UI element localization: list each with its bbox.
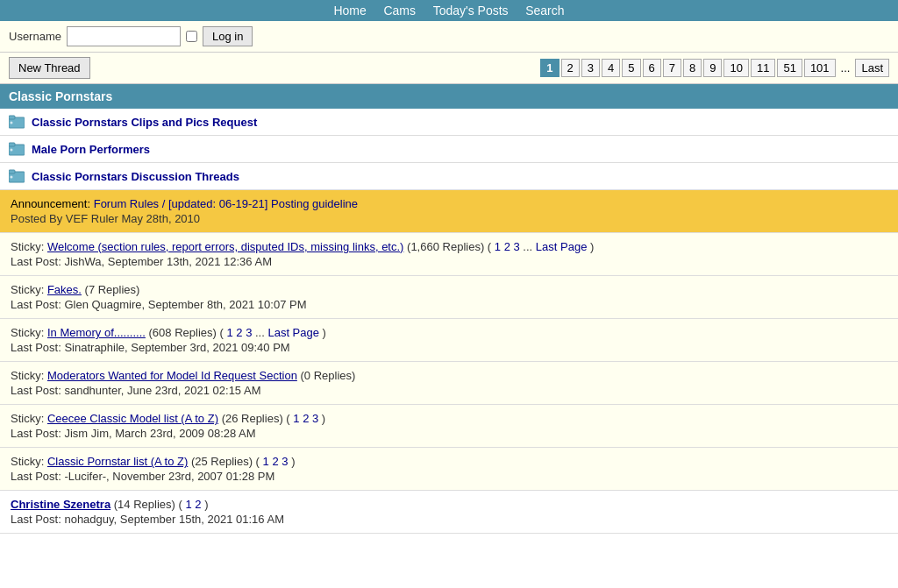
announcement-prefix: Announcement:: [11, 197, 90, 210]
category-clips-link[interactable]: Classic Pornstars Clips and Pics Request: [32, 116, 257, 129]
thread-1-page-1[interactable]: 1: [185, 498, 191, 511]
sticky-row-3: Sticky: In Memory of.......... (608 Repl…: [0, 319, 898, 362]
page-7[interactable]: 7: [663, 59, 681, 77]
sticky-3-ellipsis: ...: [255, 326, 267, 339]
sticky-lastpost-2: Last Post: Glen Quagmire, September 8th,…: [11, 298, 887, 311]
sticky-1-page-1[interactable]: 1: [495, 240, 501, 253]
svg-point-8: [11, 176, 13, 179]
sticky-6-page-3[interactable]: 3: [282, 455, 288, 468]
page-3[interactable]: 3: [581, 59, 600, 77]
sticky-line-3: Sticky: In Memory of.......... (608 Repl…: [11, 326, 887, 339]
sticky-link-6[interactable]: Classic Pornstar list (A to Z): [47, 455, 188, 468]
svg-point-2: [11, 122, 13, 124]
sticky-replies-5: (26 Replies) (: [222, 412, 294, 425]
username-label: Username: [9, 30, 61, 43]
nav-todays-posts[interactable]: Today's Posts: [433, 4, 509, 18]
nav-home[interactable]: Home: [333, 4, 366, 18]
sticky-pages-5: 1 2 3: [293, 412, 322, 425]
sticky-5-page-3[interactable]: 3: [312, 412, 318, 425]
remember-checkbox[interactable]: [186, 31, 197, 42]
sticky-line-1: Sticky: Welcome (section rules, report e…: [11, 240, 887, 253]
thread-line-1: Christine Szenetra (14 Replies) ( 1 2 ): [11, 498, 887, 511]
announcement-link[interactable]: Forum Rules / [updated: 06-19-21] Postin…: [94, 197, 358, 210]
sticky-1-ellipsis: ...: [523, 240, 535, 253]
sticky-3-page-1[interactable]: 1: [226, 326, 232, 339]
svg-rect-4: [9, 143, 15, 146]
sticky-6-close-paren: ): [291, 455, 295, 468]
sticky-3-last[interactable]: Last Page: [267, 326, 319, 339]
sticky-link-5[interactable]: Ceecee Classic Model list (A to Z): [47, 412, 218, 425]
announcement-row: Announcement: Forum Rules / [updated: 06…: [0, 190, 898, 233]
sticky-line-2: Sticky: Fakes. (7 Replies): [11, 283, 887, 296]
top-nav: Home Cams Today's Posts Search: [0, 0, 898, 21]
page-4[interactable]: 4: [602, 59, 620, 77]
sticky-prefix-6: Sticky:: [11, 455, 44, 468]
folder-icon-discussion: [9, 169, 25, 183]
page-last[interactable]: Last: [855, 59, 889, 77]
sticky-link-2[interactable]: Fakes.: [47, 283, 82, 296]
sticky-5-page-2[interactable]: 2: [303, 412, 309, 425]
toolbar-row: New Thread 1 2 3 4 5 6 7 8 9 10 11 51 10…: [0, 53, 898, 84]
thread-1-page-2[interactable]: 2: [195, 498, 201, 511]
nav-search[interactable]: Search: [525, 4, 564, 18]
thread-1-close-paren: ): [204, 498, 208, 511]
page-9[interactable]: 9: [703, 59, 722, 77]
sticky-row-6: Sticky: Classic Pornstar list (A to Z) (…: [0, 448, 898, 491]
sticky-replies-4: (0 Replies): [301, 369, 356, 382]
sticky-row-4: Sticky: Moderators Wanted for Model Id R…: [0, 362, 898, 405]
page-101[interactable]: 101: [804, 59, 836, 77]
sticky-prefix-2: Sticky:: [11, 283, 44, 296]
nav-cams[interactable]: Cams: [383, 4, 416, 18]
sticky-6-page-2[interactable]: 2: [272, 455, 278, 468]
thread-link-1[interactable]: Christine Szenetra: [11, 498, 110, 511]
category-row-discussion: Classic Pornstars Discussion Threads: [0, 163, 898, 190]
thread-lastpost-1: Last Post: nohadguy, September 15th, 202…: [11, 513, 887, 526]
sticky-6-page-1[interactable]: 1: [263, 455, 269, 468]
thread-replies-1: (14 Replies) (: [114, 498, 186, 511]
thread-pages-1: 1 2: [185, 498, 204, 511]
sticky-pages-6: 1 2 3: [263, 455, 292, 468]
page-5[interactable]: 5: [622, 59, 640, 77]
page-11[interactable]: 11: [751, 59, 775, 77]
sticky-prefix-3: Sticky:: [11, 326, 44, 339]
sticky-replies-1: (1,660 Replies) (: [407, 240, 495, 253]
login-bar: Username Log in: [0, 21, 898, 53]
svg-rect-1: [9, 116, 15, 119]
sticky-link-3[interactable]: In Memory of..........: [47, 326, 146, 339]
category-discussion-link[interactable]: Classic Pornstars Discussion Threads: [32, 170, 239, 183]
sticky-3-page-2[interactable]: 2: [236, 326, 242, 339]
page-51[interactable]: 51: [777, 59, 802, 77]
pagination-dots: ...: [837, 60, 854, 76]
sticky-1-page-2[interactable]: 2: [504, 240, 510, 253]
new-thread-button[interactable]: New Thread: [9, 57, 90, 79]
page-2[interactable]: 2: [561, 59, 580, 77]
sticky-pages-3: 1 2 3 ... Last Page: [226, 326, 322, 339]
sticky-link-1[interactable]: Welcome (section rules, report errors, d…: [47, 240, 404, 253]
username-input[interactable]: [67, 26, 181, 46]
login-button[interactable]: Log in: [203, 26, 253, 46]
sticky-1-last[interactable]: Last Page: [536, 240, 588, 253]
category-row-clips: Classic Pornstars Clips and Pics Request: [0, 109, 898, 136]
folder-icon-male: [9, 142, 25, 156]
category-row-male: Male Porn Performers: [0, 136, 898, 163]
sticky-lastpost-5: Last Post: Jism Jim, March 23rd, 2009 08…: [11, 427, 887, 440]
section-header: Classic Pornstars: [0, 84, 898, 109]
svg-point-5: [11, 149, 13, 152]
sticky-line-4: Sticky: Moderators Wanted for Model Id R…: [11, 369, 887, 382]
sticky-replies-3: (608 Replies) (: [149, 326, 227, 339]
sticky-replies-6: (25 Replies) (: [191, 455, 263, 468]
sticky-3-page-3[interactable]: 3: [246, 326, 252, 339]
page-8[interactable]: 8: [683, 59, 702, 77]
sticky-row-1: Sticky: Welcome (section rules, report e…: [0, 233, 898, 276]
thread-row-1: Christine Szenetra (14 Replies) ( 1 2 ) …: [0, 491, 898, 534]
sticky-1-close-paren: ): [590, 240, 594, 253]
category-male-link[interactable]: Male Porn Performers: [32, 143, 150, 156]
page-10[interactable]: 10: [723, 59, 748, 77]
page-6[interactable]: 6: [643, 59, 661, 77]
sticky-5-page-1[interactable]: 1: [293, 412, 299, 425]
page-1[interactable]: 1: [540, 59, 559, 77]
sticky-1-page-3[interactable]: 3: [514, 240, 520, 253]
sticky-link-4[interactable]: Moderators Wanted for Model Id Request S…: [47, 369, 297, 382]
sticky-5-close-paren: ): [322, 412, 325, 425]
sticky-lastpost-3: Last Post: Sinatraphile, September 3rd, …: [11, 341, 887, 354]
